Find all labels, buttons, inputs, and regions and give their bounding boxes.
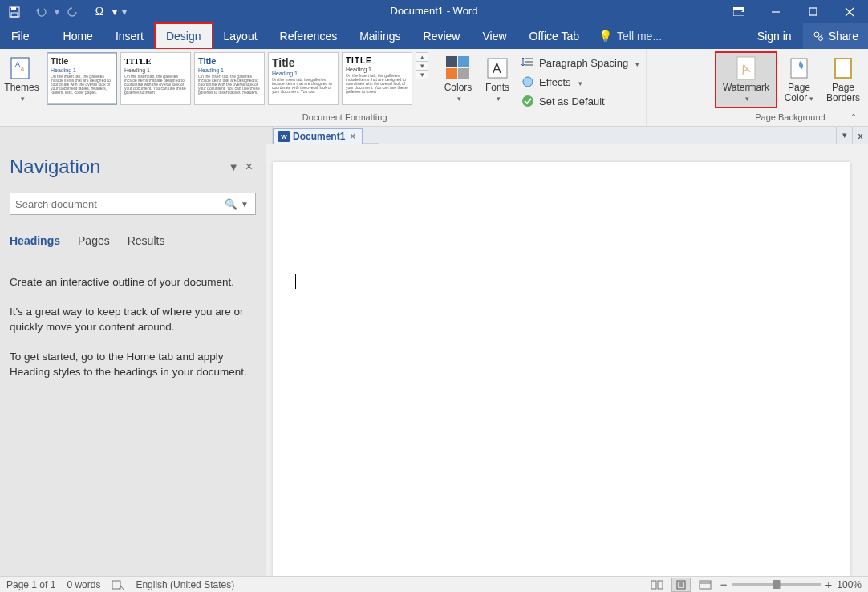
tab-references[interactable]: References xyxy=(269,23,349,49)
colors-button[interactable]: Colors xyxy=(440,52,477,107)
tab-officetab[interactable]: Office Tab xyxy=(518,23,591,49)
close-document-tab[interactable]: × xyxy=(348,131,357,142)
search-document-field[interactable]: 🔍 ▼ xyxy=(10,193,256,215)
watermark-label: Watermark xyxy=(723,82,769,93)
symbol-button[interactable]: Ω xyxy=(90,2,109,22)
tab-design[interactable]: Design xyxy=(155,23,213,49)
svg-rect-25 xyxy=(112,581,120,589)
nav-tab-headings[interactable]: Headings xyxy=(10,234,60,250)
text-cursor xyxy=(295,274,296,289)
zoom-thumb[interactable] xyxy=(773,580,780,589)
document-page[interactable] xyxy=(273,162,850,576)
tell-me-search[interactable]: 💡 Tell me... xyxy=(590,23,670,49)
status-spellcheck-icon[interactable] xyxy=(112,579,124,590)
quick-access-toolbar: ▾ Ω ▾ ▾ xyxy=(0,2,128,22)
tab-view[interactable]: View xyxy=(471,23,517,49)
formatting-options: Paragraph Spacing Effects Set as Default xyxy=(518,52,643,112)
page-color-button[interactable]: Page Color xyxy=(780,52,818,107)
minimize-button[interactable] xyxy=(757,0,794,23)
tab-list-dropdown[interactable]: ▾ xyxy=(836,127,852,144)
symbol-dropdown[interactable]: ▾ xyxy=(111,2,119,22)
tab-home[interactable]: Home xyxy=(52,23,104,49)
zoom-controls: − + 100% xyxy=(720,578,862,591)
nav-tab-results[interactable]: Results xyxy=(128,234,165,250)
search-input[interactable] xyxy=(15,198,223,210)
tab-mailings[interactable]: Mailings xyxy=(348,23,412,49)
style-gallery-scroll: ▴ ▾ ▾ xyxy=(416,52,428,79)
thumb-heading: Heading 1 xyxy=(124,67,187,73)
tab-layout[interactable]: Layout xyxy=(213,23,269,49)
collapse-ribbon-button[interactable]: ˆ xyxy=(844,112,863,126)
themes-label: Themes xyxy=(4,82,39,93)
svg-rect-2 xyxy=(11,13,18,17)
share-button[interactable]: Share xyxy=(803,23,868,49)
tab-review[interactable]: Review xyxy=(412,23,472,49)
svg-point-9 xyxy=(814,32,819,37)
nav-tab-pages[interactable]: Pages xyxy=(78,234,110,250)
page-borders-button[interactable]: Page Borders xyxy=(821,52,865,107)
svg-text:a: a xyxy=(21,66,24,71)
document-area xyxy=(266,144,868,576)
zoom-out-button[interactable]: − xyxy=(720,578,728,591)
effects-icon xyxy=(521,75,534,88)
svg-text:A: A xyxy=(15,60,20,68)
thumb-title: TITLE xyxy=(346,56,408,65)
redo-button[interactable] xyxy=(63,2,82,22)
document-formatting-label: Document Formatting xyxy=(302,112,387,124)
set-as-default-button[interactable]: Set as Default xyxy=(521,92,639,110)
status-word-count[interactable]: 0 words xyxy=(67,579,100,590)
gallery-more[interactable]: ▾ xyxy=(416,71,428,79)
maximize-button[interactable] xyxy=(794,0,831,23)
save-button[interactable] xyxy=(5,2,24,22)
search-dropdown[interactable]: ▼ xyxy=(239,200,250,209)
style-set-thumb-2[interactable]: TITLE Heading 1 On the Insert tab, the g… xyxy=(120,52,191,105)
status-page[interactable]: Page 1 of 1 xyxy=(6,579,55,590)
style-set-thumb-3[interactable]: Title Heading 1 On the Insert tab, the g… xyxy=(194,52,265,105)
svg-rect-4 xyxy=(733,7,744,10)
qat-customize-dropdown[interactable]: ▾ xyxy=(120,2,128,22)
style-set-thumb-5[interactable]: TITLE Heading 1 On the Insert tab, the g… xyxy=(342,52,412,105)
gallery-down[interactable]: ▾ xyxy=(416,62,428,71)
svg-rect-1 xyxy=(11,7,16,10)
themes-button[interactable]: Aa Themes xyxy=(2,52,42,107)
tab-insert[interactable]: Insert xyxy=(104,23,155,49)
view-print-layout[interactable] xyxy=(672,578,690,591)
tab-file[interactable]: File xyxy=(0,23,41,49)
zoom-in-button[interactable]: + xyxy=(825,578,833,591)
thumb-title: Title xyxy=(198,56,261,66)
status-language[interactable]: English (United States) xyxy=(136,579,234,590)
status-bar: Page 1 of 1 0 words English (United Stat… xyxy=(0,576,868,592)
document-tab[interactable]: W Document1 × xyxy=(273,128,363,144)
svg-text:A: A xyxy=(493,62,501,75)
window-controls xyxy=(720,0,868,23)
svg-point-10 xyxy=(818,37,822,41)
sign-in-link[interactable]: Sign in xyxy=(746,23,803,49)
zoom-level[interactable]: 100% xyxy=(837,579,862,590)
document-tab-label: Document1 xyxy=(293,131,345,142)
ribbon-display-options[interactable] xyxy=(720,0,757,23)
undo-dropdown[interactable]: ▾ xyxy=(53,2,61,22)
search-icon[interactable]: 🔍 xyxy=(223,198,239,210)
zoom-slider[interactable] xyxy=(732,583,821,586)
navigation-close-button[interactable]: × xyxy=(242,160,256,174)
effects-button[interactable]: Effects xyxy=(521,73,639,91)
view-web-layout[interactable] xyxy=(696,578,714,591)
gallery-up[interactable]: ▴ xyxy=(416,53,428,62)
style-set-thumb-4[interactable]: Title Heading 1 On the Insert tab, the g… xyxy=(268,52,339,105)
style-set-thumb-1[interactable]: Title Heading 1 On the Insert tab, the g… xyxy=(47,52,117,105)
workspace: Navigation ▼ × 🔍 ▼ Headings Pages Result… xyxy=(0,144,868,576)
close-button[interactable] xyxy=(831,0,868,23)
document-formatting-group: Title Heading 1 On the Insert tab, the g… xyxy=(43,49,647,126)
watermark-button[interactable]: A Watermark xyxy=(716,52,777,107)
view-read-mode[interactable] xyxy=(648,578,666,591)
navigation-menu-dropdown[interactable]: ▼ xyxy=(225,161,242,173)
tab-strip-close[interactable]: x xyxy=(852,127,868,144)
fonts-button[interactable]: A Fonts xyxy=(480,52,515,107)
svg-rect-27 xyxy=(658,581,663,589)
share-label: Share xyxy=(829,30,858,43)
undo-button[interactable] xyxy=(32,2,51,22)
paragraph-spacing-button[interactable]: Paragraph Spacing xyxy=(521,54,639,71)
svg-point-20 xyxy=(522,95,533,107)
thumb-heading: Heading 1 xyxy=(198,67,261,73)
thumb-heading: Heading 1 xyxy=(272,71,335,76)
